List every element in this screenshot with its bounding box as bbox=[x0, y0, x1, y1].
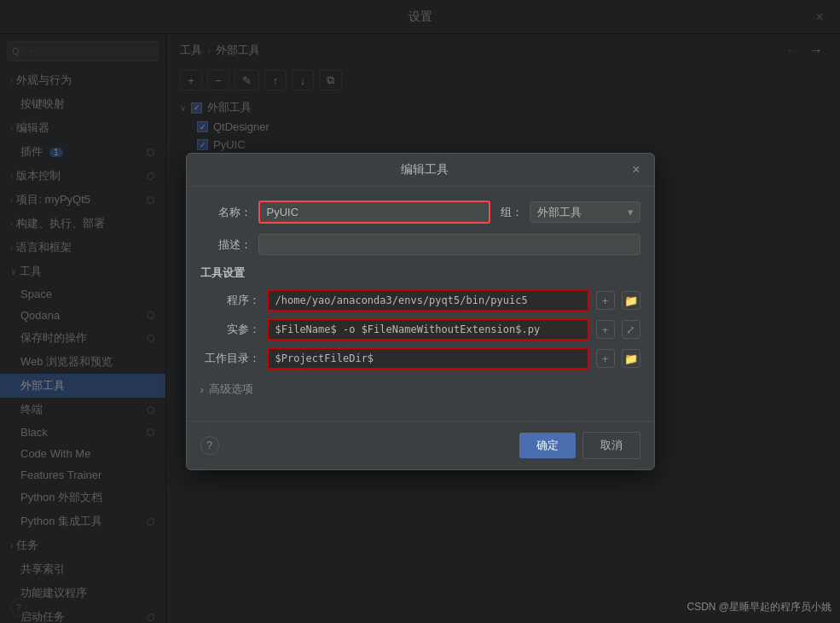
dialog-title: 编辑工具 bbox=[217, 162, 633, 178]
name-group-row: 名称： 组： 外部工具 bbox=[200, 201, 640, 224]
desc-label: 描述： bbox=[200, 237, 252, 253]
program-browse-button[interactable]: 📁 bbox=[622, 291, 640, 310]
settings-window: 设置 × Q › 外观与行为 按键映射 › 编辑器 插件 1 bbox=[0, 0, 840, 623]
edit-tool-dialog: 编辑工具 × 名称： 组： 外部工具 描述 bbox=[186, 153, 655, 470]
dialog-overlay: 编辑工具 × 名称： 组： 外部工具 描述 bbox=[0, 0, 840, 623]
name-label: 名称： bbox=[200, 205, 252, 220]
workdir-row: 工作目录： + 📁 bbox=[200, 347, 640, 370]
program-row: 程序： + 📁 bbox=[200, 289, 640, 312]
args-add-button[interactable]: + bbox=[596, 320, 615, 339]
tool-settings-title: 工具设置 bbox=[200, 265, 640, 281]
advanced-label: 高级选项 bbox=[209, 381, 253, 397]
dialog-footer: ? 确定 取消 bbox=[187, 421, 654, 469]
workdir-label: 工作目录： bbox=[200, 351, 260, 366]
args-row: 实参： + ⤢ bbox=[200, 318, 640, 341]
program-add-button[interactable]: + bbox=[596, 291, 615, 310]
ok-button[interactable]: 确定 bbox=[519, 433, 576, 458]
group-select-wrap: 外部工具 bbox=[530, 201, 640, 223]
group-label: 组： bbox=[497, 205, 523, 220]
cancel-button[interactable]: 取消 bbox=[582, 432, 640, 459]
program-input[interactable] bbox=[267, 289, 589, 312]
help-button[interactable]: ? bbox=[200, 436, 219, 455]
watermark: CSDN @星睡早起的程序员小姚 bbox=[686, 600, 831, 614]
watermark-text: CSDN @星睡早起的程序员小姚 bbox=[686, 601, 831, 613]
desc-row: 描述： bbox=[200, 234, 640, 255]
args-input[interactable] bbox=[267, 318, 589, 341]
name-input[interactable] bbox=[258, 201, 490, 224]
workdir-browse-button[interactable]: 📁 bbox=[622, 349, 640, 368]
desc-input[interactable] bbox=[258, 234, 640, 255]
workdir-input[interactable] bbox=[267, 347, 589, 370]
advanced-chevron-icon: › bbox=[200, 383, 204, 396]
dialog-body: 名称： 组： 外部工具 描述： 工具设置 bbox=[187, 187, 654, 421]
args-label: 实参： bbox=[200, 322, 260, 337]
workdir-add-button[interactable]: + bbox=[596, 349, 615, 368]
group-select[interactable]: 外部工具 bbox=[530, 201, 640, 223]
dialog-title-bar: 编辑工具 × bbox=[187, 154, 654, 187]
args-expand-button[interactable]: ⤢ bbox=[622, 320, 640, 339]
program-label: 程序： bbox=[200, 293, 260, 308]
tool-settings-section: 工具设置 程序： + 📁 实参： + ⤢ bbox=[200, 265, 640, 370]
dialog-close-button[interactable]: × bbox=[632, 162, 640, 178]
advanced-section[interactable]: › 高级选项 bbox=[200, 378, 640, 400]
